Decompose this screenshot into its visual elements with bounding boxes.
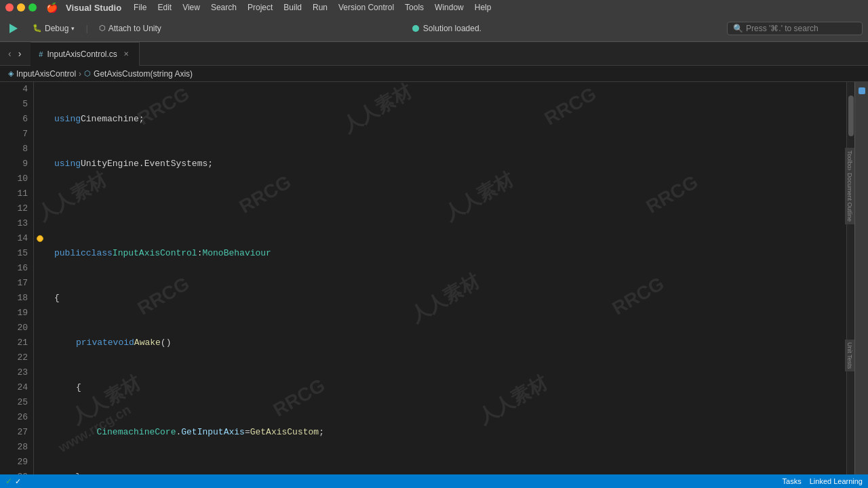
- solution-status-text: Solution loaded.: [423, 24, 481, 33]
- run-button[interactable]: [5, 20, 22, 37]
- tab-input-axis-control[interactable]: # InputAxisControl.cs ✕: [31, 42, 140, 66]
- toolbar: 🐛 Debug ▾ | ⬡ Attach to Unity Solution l…: [0, 15, 868, 42]
- check-icon: ✓: [5, 476, 12, 486]
- apple-icon[interactable]: 🍎: [46, 2, 58, 13]
- search-box[interactable]: 🔍 Press '⌘.' to search: [727, 22, 863, 35]
- doc-outline-tab[interactable]: Document Outline: [845, 170, 854, 224]
- titlebar: 🍎 Visual Studio File Edit View Search Pr…: [0, 0, 868, 15]
- code-line-7: public class InputAxisControl : MonoBeha…: [54, 246, 838, 261]
- code-line-10: {: [54, 380, 838, 395]
- tab-label: InputAxisControl.cs: [47, 49, 117, 59]
- breadcrumb: ◈ InputAxisControl › ⬡ GetAxisCustom(str…: [0, 66, 868, 82]
- status-right: Tasks Linked Learning: [783, 477, 863, 485]
- close-button[interactable]: [5, 3, 14, 12]
- search-placeholder: Press '⌘.' to search: [746, 24, 818, 33]
- check-label: ✓: [15, 477, 21, 486]
- menu-help[interactable]: Help: [469, 3, 497, 12]
- nav-forward-arrow[interactable]: ›: [16, 47, 24, 60]
- tab-close-button[interactable]: ✕: [121, 49, 131, 58]
- code-line-6: [54, 201, 838, 216]
- breadcrumb-method-icon: ⬡: [84, 69, 91, 78]
- search-icon: 🔍: [733, 24, 743, 33]
- breadcrumb-class[interactable]: InputAxisControl: [16, 69, 76, 79]
- vertical-scrollbar[interactable]: [846, 82, 854, 474]
- menu-tools[interactable]: Tools: [399, 3, 429, 12]
- navigation-arrows: ‹ ›: [5, 47, 24, 60]
- menu-view[interactable]: View: [177, 3, 205, 12]
- code-line-8: {: [54, 291, 838, 306]
- app-name: Visual Studio: [66, 3, 121, 13]
- chevron-down-icon: ▾: [71, 25, 75, 32]
- code-line-4: using Cinemachine;: [54, 112, 838, 127]
- line-numbers: 4 5 6 7 8 9 10 11 12 13 14 15 16 17 18 1…: [0, 82, 34, 474]
- check-status: ✓ ✓: [5, 476, 21, 486]
- solution-status: Solution loaded.: [172, 24, 722, 33]
- menu-project[interactable]: Project: [242, 3, 278, 12]
- scrollbar-thumb[interactable]: [848, 96, 854, 136]
- code-area[interactable]: 4 5 6 7 8 9 10 11 12 13 14 15 16 17 18 1…: [0, 82, 854, 474]
- warning-indicator-14: [37, 235, 43, 242]
- code-line-9: private void Awake(): [54, 336, 838, 350]
- menu-run[interactable]: Run: [307, 3, 333, 12]
- debug-selector[interactable]: 🐛 Debug ▾: [27, 21, 80, 36]
- linked-learning-label[interactable]: Linked Learning: [810, 477, 863, 485]
- maximize-button[interactable]: [28, 3, 37, 12]
- code-line-11: CinemachineCore.GetInputAxis = GetAxisCu…: [54, 425, 838, 440]
- unit-tests-tab[interactable]: Unit Tests: [845, 340, 854, 371]
- indicators-column: [34, 82, 46, 474]
- tabs-bar: ‹ › # InputAxisControl.cs ✕: [0, 42, 868, 66]
- editor-container: RRCG 人人素材 RRCG 人人素材 RRCG 人人素材 RRCG RRCG …: [0, 82, 868, 474]
- menu-file[interactable]: File: [128, 3, 152, 12]
- tasks-label[interactable]: Tasks: [783, 477, 802, 485]
- code-line-5: using UnityEngine.EventSystems;: [54, 157, 838, 171]
- breadcrumb-class-icon: ◈: [8, 69, 14, 78]
- traffic-lights: [5, 3, 37, 12]
- breadcrumb-separator: ›: [79, 69, 81, 79]
- minimize-button[interactable]: [17, 3, 25, 12]
- attach-to-unity-button[interactable]: ⬡ Attach to Unity: [94, 21, 167, 36]
- minimap-dot: [859, 87, 865, 94]
- right-panel: Toolbox Document Outline Unit Tests: [854, 82, 868, 474]
- code-line-12: }: [54, 470, 838, 474]
- nav-back-arrow[interactable]: ‹: [5, 47, 14, 60]
- attach-label: Attach to Unity: [108, 24, 161, 33]
- menu-edit[interactable]: Edit: [152, 3, 177, 12]
- menu-bar: File Edit View Search Project Build Run …: [128, 3, 496, 12]
- menu-window[interactable]: Window: [429, 3, 469, 12]
- debug-label: Debug: [45, 24, 68, 33]
- breadcrumb-method[interactable]: GetAxisCustom(string Axis): [94, 69, 193, 79]
- play-icon: [9, 24, 18, 33]
- cs-file-icon: #: [39, 50, 43, 58]
- unity-icon: ⬡: [99, 24, 106, 33]
- menu-search[interactable]: Search: [205, 3, 242, 12]
- menu-build[interactable]: Build: [278, 3, 307, 12]
- status-indicator: [412, 25, 419, 32]
- menu-version-control[interactable]: Version Control: [333, 3, 399, 12]
- code-content[interactable]: using Cinemachine; using UnityEngine.Eve…: [46, 82, 846, 474]
- debug-icon: 🐛: [33, 24, 42, 33]
- status-bar: ✓ ✓ Tasks Linked Learning: [0, 474, 868, 488]
